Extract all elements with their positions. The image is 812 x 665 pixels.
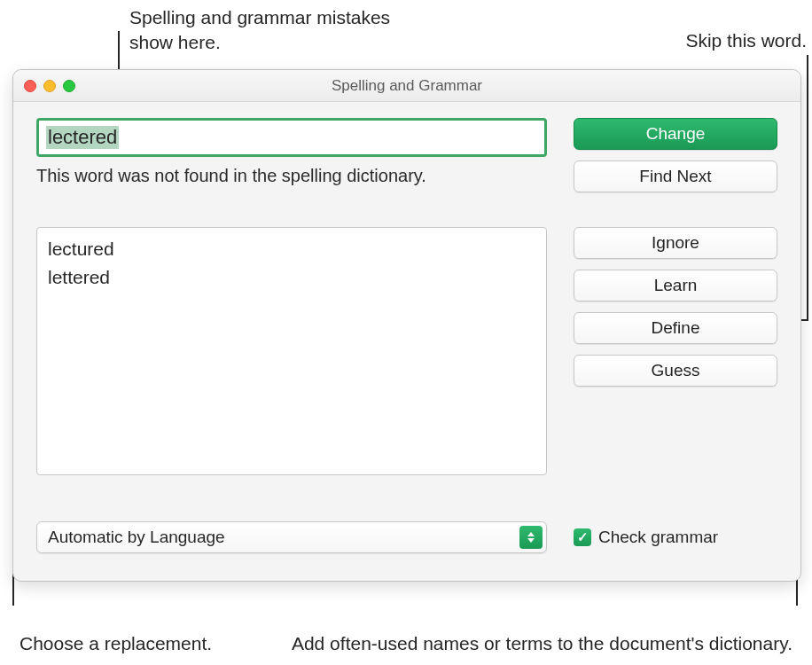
callout-line	[807, 55, 808, 321]
list-item[interactable]: lettered	[48, 263, 535, 292]
check-grammar-label: Check grammar	[598, 528, 718, 547]
learn-button[interactable]: Learn	[574, 270, 777, 301]
window-title: Spelling and Grammar	[13, 77, 800, 95]
callout-skip: Skip this word.	[685, 28, 807, 53]
callout-choose-replacement: Choose a replacement.	[20, 631, 212, 656]
find-next-button[interactable]: Find Next	[574, 160, 777, 192]
mistake-message: This word was not found in the spelling …	[36, 166, 547, 186]
check-grammar-checkbox[interactable]: ✓	[574, 528, 591, 546]
language-select[interactable]: Automatic by Language	[36, 521, 547, 553]
mistake-input[interactable]: lectered	[36, 118, 547, 157]
suggestions-list[interactable]: lectured lettered	[36, 227, 547, 475]
guess-button[interactable]: Guess	[574, 355, 777, 387]
callout-mistakes: Spelling and grammar mistakes show here.	[129, 5, 395, 56]
spelling-grammar-window: Spelling and Grammar lectered This word …	[12, 69, 801, 582]
language-selected-label: Automatic by Language	[48, 528, 225, 547]
change-button[interactable]: Change	[574, 118, 777, 150]
titlebar: Spelling and Grammar	[13, 70, 800, 102]
check-grammar-option[interactable]: ✓ Check grammar	[574, 528, 777, 547]
callout-add-to-dictionary: Add often-used names or terms to the doc…	[292, 631, 792, 656]
selected-mistake-word: lectered	[46, 126, 119, 149]
ignore-button[interactable]: Ignore	[574, 227, 777, 259]
define-button[interactable]: Define	[574, 312, 777, 344]
chevron-updown-icon	[519, 526, 543, 549]
list-item[interactable]: lectured	[48, 235, 535, 263]
